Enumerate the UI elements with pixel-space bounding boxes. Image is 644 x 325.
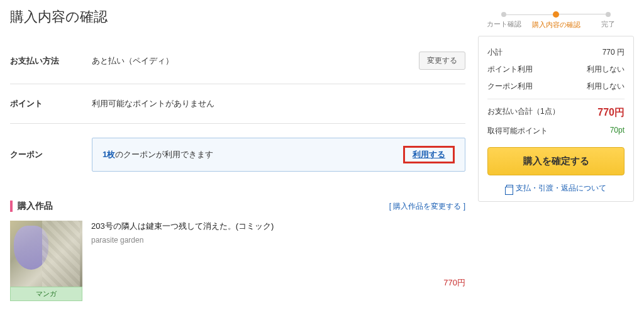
step-dot-icon	[606, 12, 611, 17]
total-value: 770円	[597, 106, 625, 119]
policy-link[interactable]: 支払・引渡・返品について	[487, 183, 625, 194]
coupon-use-value: 利用しない	[587, 81, 625, 92]
product-item: マンガ 203号の隣人は鍵束一つ残して消えた。(コミック) parasite g…	[10, 221, 465, 301]
step-dot-icon	[553, 11, 559, 18]
change-payment-button[interactable]: 変更する	[419, 52, 465, 70]
point-use-value: 利用しない	[587, 64, 625, 75]
products-section-title: 購入作品	[18, 201, 389, 212]
coupon-label: クーポン	[10, 149, 92, 160]
points-row: ポイント 利用可能なポイントがありません	[10, 84, 465, 124]
product-author: parasite garden	[91, 236, 465, 245]
point-use-label: ポイント利用	[487, 64, 533, 75]
product-price: 770円	[91, 277, 465, 301]
coupon-count: 1枚	[103, 150, 115, 159]
coupon-highlight: 利用する	[403, 146, 455, 163]
subtotal-value: 770 円	[602, 47, 625, 58]
points-value: 利用可能なポイントがありません	[92, 98, 465, 109]
coupon-box: 1枚のクーポンが利用できます 利用する	[92, 138, 465, 172]
step-label: カート確認	[478, 19, 530, 29]
subtotal-label: 小計	[487, 47, 502, 58]
payment-value: あと払い（ペイディ）	[92, 55, 419, 67]
step-confirm: 購入内容の確認	[530, 11, 582, 30]
earn-points-value: 70pt	[610, 126, 625, 136]
progress-steps: カート確認 購入内容の確認 完了	[478, 11, 634, 30]
step-dot-icon	[501, 12, 506, 17]
product-title: 203号の隣人は鍵束一つ残して消えた。(コミック)	[91, 221, 465, 232]
use-coupon-link[interactable]: 利用する	[413, 150, 445, 159]
coupon-text: 1枚のクーポンが利用できます	[103, 149, 403, 160]
payment-label: お支払い方法	[10, 55, 92, 67]
points-label: ポイント	[10, 98, 92, 109]
policy-text: 支払・引渡・返品について	[516, 183, 606, 194]
total-label: お支払い合計（1点）	[487, 106, 560, 119]
coupon-desc: のクーポンが利用できます	[115, 150, 213, 159]
step-label: 購入内容の確認	[530, 20, 582, 30]
step-label: 完了	[582, 19, 634, 29]
earn-points-label: 取得可能ポイント	[487, 126, 548, 136]
section-accent-bar	[10, 201, 13, 212]
step-cart: カート確認	[478, 12, 530, 29]
category-badge: マンガ	[10, 287, 82, 301]
product-thumbnail[interactable]	[10, 221, 82, 287]
confirm-purchase-button[interactable]: 購入を確定する	[487, 147, 625, 175]
payment-row: お支払い方法 あと払い（ペイディ） 変更する	[10, 38, 465, 84]
step-done: 完了	[582, 12, 634, 29]
change-items-link[interactable]: [ 購入作品を変更する ]	[389, 201, 465, 212]
coupon-row: クーポン 1枚のクーポンが利用できます 利用する	[10, 124, 465, 185]
products-section-header: 購入作品 [ 購入作品を変更する ]	[10, 201, 465, 212]
external-link-icon	[506, 185, 513, 192]
order-summary: 小計 770 円 ポイント利用 利用しない クーポン利用 利用しない お支払い合…	[478, 36, 634, 202]
coupon-use-label: クーポン利用	[487, 81, 533, 92]
page-title: 購入内容の確認	[10, 8, 465, 26]
